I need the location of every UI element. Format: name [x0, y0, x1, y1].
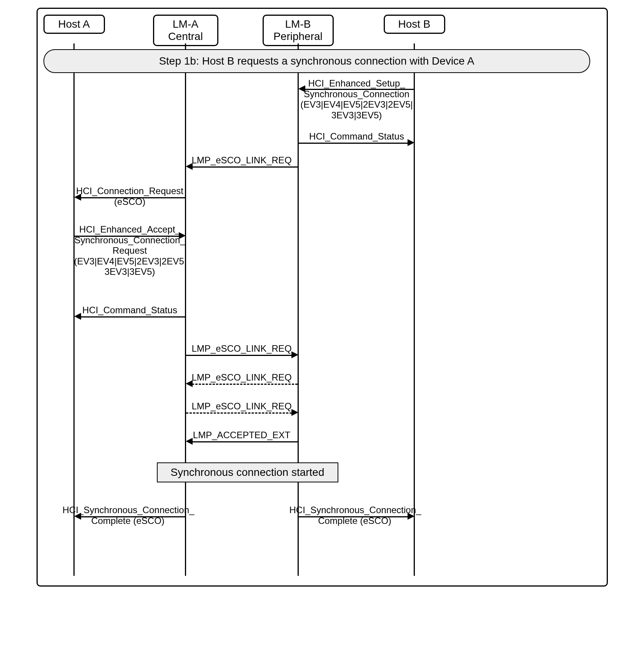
msg-lmp-accepted-ext: LMP_ACCEPTED_EXT	[186, 430, 298, 441]
msg-label: LMP_eSCO_LINK_REQ	[186, 343, 298, 354]
msg-label: HCI_Enhanced_Setup_Synchronous_Connectio…	[299, 78, 414, 120]
arrow	[299, 516, 408, 517]
arrow-head-icon	[74, 513, 81, 520]
arrow-head-icon	[298, 85, 305, 92]
arrow-head-icon	[291, 351, 298, 358]
participant-label: LM-ACentral	[168, 18, 203, 42]
msg-hci-enhanced-setup: HCI_Enhanced_Setup_Synchronous_Connectio…	[299, 78, 414, 121]
arrow	[186, 355, 292, 356]
step-banner: Step 1b: Host B requests a synchronous c…	[43, 49, 590, 73]
msg-hci-command-status-a: HCI_Command_Status	[74, 305, 186, 316]
participant-label: Host A	[58, 18, 90, 30]
participant-host-b: Host B	[384, 15, 445, 34]
arrow-head-icon	[291, 409, 298, 416]
arrow	[80, 316, 185, 318]
msg-label: HCI_Enhanced_Accept_Synchronous_Connecti…	[74, 224, 186, 277]
arrow-head-icon	[74, 194, 81, 201]
msg-label: HCI_Connection_Request(eSCO)	[74, 186, 186, 207]
msg-lmp-esco-req-3: LMP_eSCO_LINK_REQ	[186, 372, 298, 384]
arrow-head-icon	[186, 163, 193, 170]
lifeline-lm-b	[298, 43, 299, 576]
arrow	[192, 166, 298, 168]
arrow	[80, 516, 185, 517]
arrow-dashed	[186, 412, 292, 414]
msg-hci-enhanced-accept: HCI_Enhanced_Accept_Synchronous_Connecti…	[74, 224, 186, 278]
arrow-head-icon	[408, 139, 414, 146]
arrow	[305, 89, 414, 90]
msg-label: HCI_Command_Status	[299, 131, 414, 142]
participant-lm-a: LM-ACentral	[153, 15, 218, 46]
arrow-head-icon	[186, 380, 193, 387]
arrow-head-icon	[74, 313, 81, 320]
msg-lmp-esco-req-2: LMP_eSCO_LINK_REQ	[186, 343, 298, 355]
msg-hci-connection-request: HCI_Connection_Request(eSCO)	[74, 186, 186, 208]
msg-label: HCI_Synchronous_Connection_Complete (eSC…	[290, 505, 420, 526]
step-banner-text: Step 1b: Host B requests a synchronous c…	[159, 55, 474, 67]
lifeline-host-b	[414, 43, 415, 576]
participant-label: LM-BPeripheral	[273, 18, 323, 42]
msg-hci-sync-complete-b: HCI_Synchronous_Connection_Complete (eSC…	[290, 505, 420, 527]
arrow	[192, 441, 298, 442]
arrow	[299, 143, 408, 144]
participant-label: Host B	[398, 18, 430, 30]
arrow-head-icon	[186, 438, 193, 445]
arrow-dashed	[192, 384, 298, 385]
participant-host-a: Host A	[43, 15, 105, 34]
msg-label: LMP_ACCEPTED_EXT	[186, 430, 298, 441]
arrow-head-icon	[179, 232, 186, 239]
sequence-diagram: Host A LM-ACentral LM-BPeripheral Host B…	[37, 8, 608, 587]
msg-label: HCI_Command_Status	[74, 305, 186, 316]
arrow	[80, 197, 185, 198]
arrow-head-icon	[408, 513, 414, 520]
msg-hci-command-status-b: HCI_Command_Status	[299, 131, 414, 143]
state-sync-connection-started: Synchronous connection started	[157, 462, 338, 482]
participant-lm-b: LM-BPeripheral	[263, 15, 334, 46]
state-label: Synchronous connection started	[170, 466, 324, 479]
msg-label: LMP_eSCO_LINK_REQ	[186, 372, 298, 383]
msg-hci-sync-complete-a: HCI_Synchronous_Connection_Complete (eSC…	[63, 505, 193, 527]
msg-label: LMP_eSCO_LINK_REQ	[186, 401, 298, 412]
msg-lmp-esco-req-4: LMP_eSCO_LINK_REQ	[186, 401, 298, 412]
msg-lmp-esco-req-1: LMP_eSCO_LINK_REQ	[186, 155, 298, 166]
msg-label: HCI_Synchronous_Connection_Complete (eSC…	[63, 505, 193, 526]
msg-label: LMP_eSCO_LINK_REQ	[186, 155, 298, 166]
arrow	[75, 236, 179, 237]
